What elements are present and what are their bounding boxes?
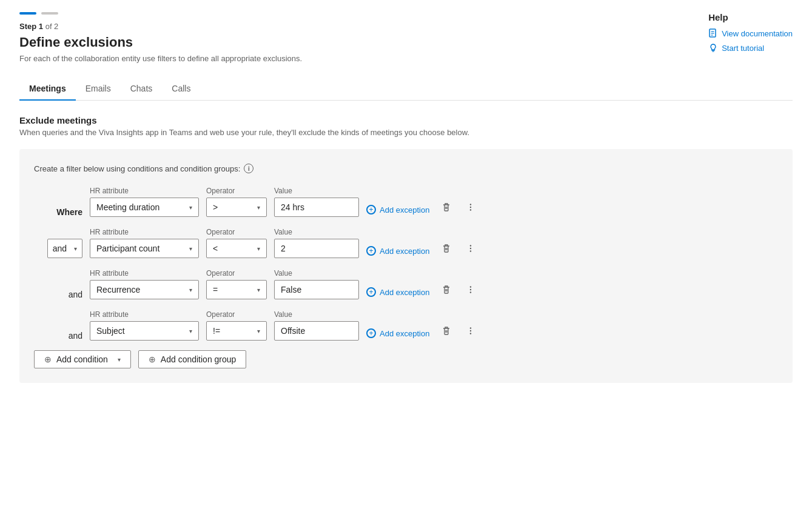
operator-dropdown-0[interactable]: > ▾ xyxy=(206,198,267,217)
add-exception-1[interactable]: + Add exception xyxy=(366,244,429,258)
hr-attribute-group-3: HR attribute Subject ▾ xyxy=(90,310,199,341)
hr-attribute-value-1: Participant count xyxy=(96,244,159,253)
info-icon[interactable]: i xyxy=(244,164,253,173)
hr-attribute-label-1: HR attribute xyxy=(90,228,199,236)
more-options-button-0[interactable] xyxy=(461,198,480,217)
filter-info: Create a filter below using conditions a… xyxy=(34,164,778,173)
add-exception-label-0: Add exception xyxy=(380,205,429,215)
help-panel: Help View documentation Start tutorial xyxy=(708,12,793,58)
add-exception-icon-3: + xyxy=(366,328,376,338)
hr-attribute-chevron-3: ▾ xyxy=(189,328,192,334)
hr-attribute-label-3: HR attribute xyxy=(90,310,199,319)
operator-chevron-2: ▾ xyxy=(257,287,260,293)
delete-button-1[interactable] xyxy=(437,239,456,258)
tab-meetings[interactable]: Meetings xyxy=(19,78,76,101)
hr-attribute-chevron-1: ▾ xyxy=(189,245,192,252)
hr-attribute-dropdown-0[interactable]: Meeting duration ▾ xyxy=(90,198,199,217)
tabs-bar: Meetings Emails Chats Calls xyxy=(19,78,793,101)
row-actions-3 xyxy=(437,321,480,341)
and-text-3: and xyxy=(69,331,82,341)
hr-attribute-dropdown-3[interactable]: Subject ▾ xyxy=(90,321,199,341)
hr-attribute-value-3: Subject xyxy=(96,326,125,336)
trash-icon-2 xyxy=(441,285,451,294)
svg-point-10 xyxy=(470,209,471,210)
delete-button-2[interactable] xyxy=(437,280,456,299)
add-exception-label-2: Add exception xyxy=(380,288,429,297)
hr-attribute-dropdown-2[interactable]: Recurrence ▾ xyxy=(90,280,199,299)
operator-label-3: Operator xyxy=(206,310,267,319)
section-title: Exclude meetings xyxy=(19,115,793,125)
svg-point-13 xyxy=(470,245,471,246)
filter-box: Create a filter below using conditions a… xyxy=(19,149,793,383)
operator-dropdown-2[interactable]: = ▾ xyxy=(206,280,267,299)
operator-label-1: Operator xyxy=(206,228,267,236)
svg-point-8 xyxy=(470,204,471,205)
tab-chats[interactable]: Chats xyxy=(121,78,163,101)
add-exception-label-1: Add exception xyxy=(380,247,429,256)
add-condition-button[interactable]: ⊕ Add condition ▾ xyxy=(34,350,131,368)
hr-attribute-dropdown-1[interactable]: Participant count ▾ xyxy=(90,239,199,258)
add-condition-group-label: Add condition group xyxy=(161,354,237,364)
more-options-button-1[interactable] xyxy=(461,239,480,258)
add-condition-label: Add condition xyxy=(56,354,108,364)
add-exception-0[interactable]: + Add exception xyxy=(366,202,429,217)
value-input-1[interactable]: 2 xyxy=(274,239,359,258)
tab-emails[interactable]: Emails xyxy=(76,78,121,101)
row-actions-2 xyxy=(437,280,480,299)
add-condition-group-button[interactable]: ⊕ Add condition group xyxy=(138,350,247,368)
hr-attribute-group-1: HR attribute Participant count ▾ xyxy=(90,228,199,258)
operator-value-1: < xyxy=(213,244,218,253)
value-input-2[interactable]: False xyxy=(274,280,359,299)
and-text-2: and xyxy=(69,290,82,299)
add-exception-3[interactable]: + Add exception xyxy=(366,326,429,341)
delete-button-0[interactable] xyxy=(437,198,456,217)
more-options-button-3[interactable] xyxy=(461,321,480,341)
and-text-1: and xyxy=(53,244,67,253)
value-label-1: Value xyxy=(274,228,359,236)
value-group-3: Value Offsite xyxy=(274,310,359,341)
where-label: Where xyxy=(56,207,82,217)
add-exception-2[interactable]: + Add exception xyxy=(366,285,429,299)
trash-icon-3 xyxy=(441,326,451,336)
more-dots-icon-3 xyxy=(466,326,475,336)
more-dots-icon-0 xyxy=(466,202,475,212)
condition-row-0: Where HR attribute Meeting duration ▾ Op… xyxy=(34,185,778,217)
and-select-1[interactable]: and ▾ xyxy=(47,239,82,258)
row-prefix-3: and xyxy=(34,331,82,341)
operator-value-3: != xyxy=(213,326,220,336)
operator-label-0: Operator xyxy=(206,187,267,195)
svg-point-23 xyxy=(470,327,471,328)
svg-point-24 xyxy=(470,330,471,331)
add-buttons: ⊕ Add condition ▾ ⊕ Add condition group xyxy=(34,350,778,368)
add-condition-group-icon: ⊕ xyxy=(149,354,156,364)
add-exception-icon-1: + xyxy=(366,246,376,256)
value-label-2: Value xyxy=(274,269,359,278)
more-options-button-2[interactable] xyxy=(461,280,480,299)
svg-point-18 xyxy=(470,286,471,287)
operator-chevron-3: ▾ xyxy=(257,328,260,334)
start-tutorial-link[interactable]: Start tutorial xyxy=(708,43,793,53)
operator-value-0: > xyxy=(213,202,218,212)
operator-group-3: Operator != ▾ xyxy=(206,310,267,341)
add-exception-label-3: Add exception xyxy=(380,329,429,338)
value-input-3[interactable]: Offsite xyxy=(274,321,359,341)
value-input-0[interactable]: 24 hrs xyxy=(274,198,359,217)
value-group-0: Value 24 hrs xyxy=(274,187,359,217)
operator-group-0: Operator > ▾ xyxy=(206,187,267,217)
operator-label-2: Operator xyxy=(206,269,267,278)
hr-attribute-group-0: HR attribute Meeting duration ▾ xyxy=(90,187,199,217)
svg-point-14 xyxy=(470,248,471,249)
row-actions-1 xyxy=(437,239,480,258)
svg-point-20 xyxy=(470,291,471,293)
operator-chevron-1: ▾ xyxy=(257,245,260,252)
operator-value-2: = xyxy=(213,285,218,294)
row-actions-0 xyxy=(437,198,480,217)
step-label: Step 1 of 2 xyxy=(19,22,793,31)
hr-attribute-group-2: HR attribute Recurrence ▾ xyxy=(90,269,199,299)
operator-dropdown-1[interactable]: < ▾ xyxy=(206,239,267,258)
value-label-3: Value xyxy=(274,310,359,319)
operator-dropdown-3[interactable]: != ▾ xyxy=(206,321,267,341)
view-documentation-link[interactable]: View documentation xyxy=(708,28,793,38)
tab-calls[interactable]: Calls xyxy=(162,78,200,101)
delete-button-3[interactable] xyxy=(437,321,456,341)
